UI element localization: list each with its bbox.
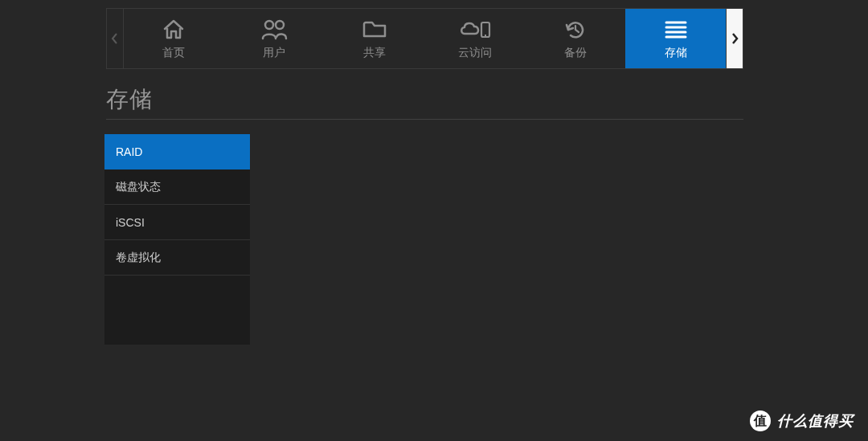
sidebar-item-disk-status[interactable]: 磁盘状态: [104, 169, 250, 205]
nav-item-label: 共享: [363, 46, 386, 60]
sidebar-item-label: RAID: [116, 145, 142, 158]
storage-icon: [663, 17, 689, 41]
nav-item-label: 备份: [564, 46, 587, 60]
nav-item-label: 首页: [162, 46, 185, 60]
sidebar-item-raid[interactable]: RAID: [104, 134, 250, 169]
sidebar-menu: RAID 磁盘状态 iSCSI 卷虚拟化: [104, 134, 250, 345]
nav-item-cloud[interactable]: 云访问: [424, 9, 525, 68]
nav-item-label: 存储: [665, 46, 687, 60]
nav-item-label: 云访问: [458, 46, 492, 60]
sidebar-item-iscsi[interactable]: iSCSI: [104, 205, 250, 240]
svg-point-1: [276, 21, 284, 29]
folder-icon: [362, 17, 387, 41]
nav-item-storage[interactable]: 存储: [625, 9, 726, 68]
chevron-right-icon: [731, 33, 739, 44]
home-icon: [162, 17, 186, 41]
nav-prev-button[interactable]: [106, 8, 124, 69]
svg-point-0: [265, 21, 273, 29]
title-divider: [106, 119, 743, 120]
sidebar-item-label: 磁盘状态: [116, 180, 161, 194]
page-title: 存储: [106, 84, 153, 115]
watermark: 值 什么值得买: [750, 410, 854, 431]
nav-items: 首页 用户 共享: [124, 8, 726, 69]
nav-item-backup[interactable]: 备份: [525, 9, 625, 68]
nav-item-home[interactable]: 首页: [124, 9, 224, 68]
chevron-left-icon: [111, 33, 119, 44]
cloud-device-icon: [458, 17, 492, 41]
nav-item-share[interactable]: 共享: [325, 9, 425, 68]
sidebar-item-volume-virtualization[interactable]: 卷虚拟化: [104, 240, 250, 276]
top-nav: 首页 用户 共享: [106, 8, 743, 69]
nav-item-users[interactable]: 用户: [224, 9, 325, 68]
sidebar-item-label: 卷虚拟化: [116, 251, 161, 265]
watermark-text: 什么值得买: [777, 411, 854, 431]
watermark-badge: 值: [750, 410, 771, 431]
nav-next-button[interactable]: [726, 8, 743, 69]
backup-icon: [563, 17, 588, 41]
nav-item-label: 用户: [263, 46, 285, 60]
users-icon: [260, 17, 288, 41]
sidebar-item-label: iSCSI: [116, 216, 145, 229]
